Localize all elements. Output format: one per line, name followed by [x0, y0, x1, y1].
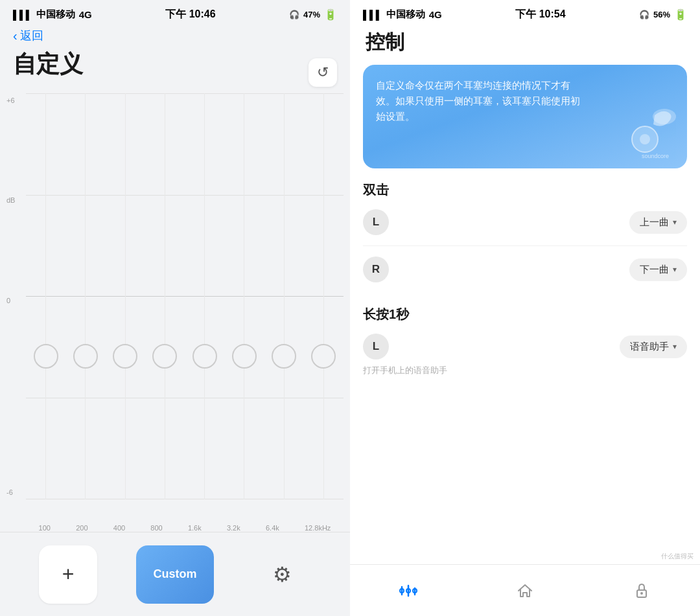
status-right-info-left: 🎧 47% 🔋: [289, 8, 337, 21]
add-preset-button[interactable]: +: [39, 545, 97, 604]
back-nav[interactable]: ‹ 返回: [0, 24, 350, 45]
info-card: 自定义命令仅在两个耳塞均连接的情况下才有效。如果只使用一侧的耳塞，该耳塞只能使用…: [363, 65, 687, 168]
eq-label-top: +6: [6, 97, 26, 104]
time-right: 下午 10:54: [515, 8, 565, 21]
long-press-title: 长按1秒: [363, 306, 687, 323]
bottom-bar-left: + Custom ⚙: [0, 532, 350, 616]
freq-3k2: 3.2k: [227, 524, 240, 532]
freq-100: 100: [39, 524, 51, 532]
svg-point-2: [640, 134, 650, 144]
freq-400: 400: [113, 524, 125, 532]
spacer-1: [363, 293, 687, 306]
battery-left: 47%: [303, 10, 320, 19]
eq-knob-4[interactable]: [152, 344, 177, 369]
eq-grid-line-2: [26, 195, 344, 196]
eq-knob-8[interactable]: [311, 344, 336, 369]
custom-label: Custom: [154, 567, 197, 581]
freq-800: 800: [150, 524, 162, 532]
eq-sliders: [26, 344, 344, 369]
right-dropdown-arrow: ▾: [673, 265, 677, 274]
eq-chart: +6 dB 0 -6: [6, 93, 344, 532]
eq-grid-line-1: [26, 93, 344, 94]
network-right: 4G: [429, 9, 442, 20]
eq-knob-6[interactable]: [232, 344, 257, 369]
status-bar-left: ▌▌▌ 中国移动 4G 下午 10:46 🎧 47% 🔋: [0, 0, 350, 24]
status-bar-right: ▌▌▌ 中国移动 4G 下午 10:54 🎧 56% 🔋: [350, 0, 700, 24]
svg-text:soundcore: soundcore: [642, 153, 669, 159]
controls-content: 双击 L 上一曲 ▾ R 下一曲 ▾ 长按1秒 L 语音助手 ▾: [350, 181, 700, 564]
eq-knob-7[interactable]: [272, 344, 296, 369]
carrier-right: 中国移动: [386, 8, 425, 21]
eq-freq-labels: 100 200 400 800 1.6k 3.2k 6.4k 12.8kHz: [26, 524, 344, 532]
status-right-right: 🎧 56% 🔋: [639, 8, 687, 21]
status-left-info: ▌▌▌ 中国移动 4G: [13, 8, 92, 21]
network-left: 4G: [79, 9, 92, 20]
freq-6k4: 6.4k: [266, 524, 279, 532]
settings-icon: ⚙: [273, 562, 292, 587]
right-panel: ▌▌▌ 中国移动 4G 下午 10:54 🎧 56% 🔋 控制 自定义命令仅在两…: [350, 0, 700, 616]
eq-grid: [26, 93, 344, 499]
voice-assistant-hint: 打开手机上的语音助手: [363, 365, 687, 376]
left-action-dropdown[interactable]: 上一曲 ▾: [629, 211, 687, 234]
lock-tab-icon: [633, 582, 651, 600]
headphone-icon-left: 🎧: [289, 10, 299, 19]
right-action-dropdown[interactable]: 下一曲 ▾: [629, 258, 687, 281]
add-icon: +: [62, 562, 75, 586]
long-left-badge: L: [363, 334, 389, 359]
left-panel: ▌▌▌ 中国移动 4G 下午 10:46 🎧 47% 🔋 ‹ 返回 自定义 ↺ …: [0, 0, 350, 616]
long-left-dropdown-arrow: ▾: [673, 342, 677, 351]
long-left-action-dropdown[interactable]: 语音助手 ▾: [620, 336, 687, 358]
eq-label-neg6: -6: [6, 488, 26, 496]
reset-button[interactable]: ↺: [309, 58, 337, 87]
battery-right: 56%: [653, 10, 670, 19]
headphone-icon-right: 🎧: [639, 10, 649, 19]
eq-knob-2[interactable]: [73, 344, 98, 369]
eq-label-zero: 0: [6, 297, 26, 304]
divider-1: [363, 245, 687, 246]
tab-equalizer[interactable]: [399, 582, 417, 600]
freq-1k6: 1.6k: [188, 524, 202, 532]
eq-y-labels: +6 dB 0 -6: [6, 93, 26, 499]
left-dropdown-arrow: ▾: [673, 218, 677, 227]
battery-icon-left: 🔋: [324, 8, 337, 21]
eq-knob-1[interactable]: [34, 344, 58, 369]
battery-icon-right: 🔋: [674, 8, 687, 21]
signal-icon: ▌▌▌: [13, 10, 32, 20]
page-title-right: 控制: [350, 24, 700, 65]
double-tap-right-row: R 下一曲 ▾: [363, 257, 687, 282]
back-label: 返回: [20, 28, 43, 43]
time-left: 下午 10:46: [165, 8, 215, 21]
freq-12k8: 12.8kHz: [305, 524, 331, 532]
eq-knob-5[interactable]: [192, 344, 217, 369]
eq-area: +6 dB 0 -6: [0, 87, 350, 532]
freq-200: 200: [76, 524, 88, 532]
carrier-left: 中国移动: [36, 8, 75, 21]
double-tap-left-row: L 上一曲 ▾: [363, 209, 687, 235]
page-title-left: 自定义: [0, 45, 350, 87]
eq-grid-line-4: [26, 499, 344, 499]
reset-icon: ↺: [317, 64, 329, 81]
double-tap-title: 双击: [363, 181, 687, 199]
left-badge: L: [363, 209, 389, 235]
right-action-label: 下一曲: [640, 264, 669, 276]
watermark: 什么值得买: [661, 552, 694, 561]
svg-point-14: [640, 592, 643, 595]
eq-label-db: dB: [6, 196, 26, 204]
back-chevron-icon: ‹: [13, 29, 18, 43]
eq-knob-3[interactable]: [113, 344, 137, 369]
right-badge: R: [363, 257, 389, 282]
left-action-label: 上一曲: [640, 216, 669, 229]
tab-home[interactable]: [516, 582, 534, 600]
settings-button[interactable]: ⚙: [253, 545, 311, 604]
home-tab-icon: [516, 582, 534, 600]
info-card-text: 自定义命令仅在两个耳塞均连接的情况下才有效。如果只使用一侧的耳塞，该耳塞只能使用…: [376, 78, 585, 124]
status-info-right: ▌▌▌ 中国移动 4G: [363, 8, 442, 21]
long-left-action-label: 语音助手: [630, 341, 669, 353]
custom-preset-button[interactable]: Custom: [136, 545, 214, 604]
tab-bar: [350, 564, 700, 616]
tab-lock[interactable]: [633, 582, 651, 600]
eq-zero-line: [26, 296, 344, 297]
eq-grid-line-3: [26, 398, 344, 398]
earphone-illustration: soundcore: [616, 97, 681, 162]
signal-icon-right: ▌▌▌: [363, 10, 382, 20]
